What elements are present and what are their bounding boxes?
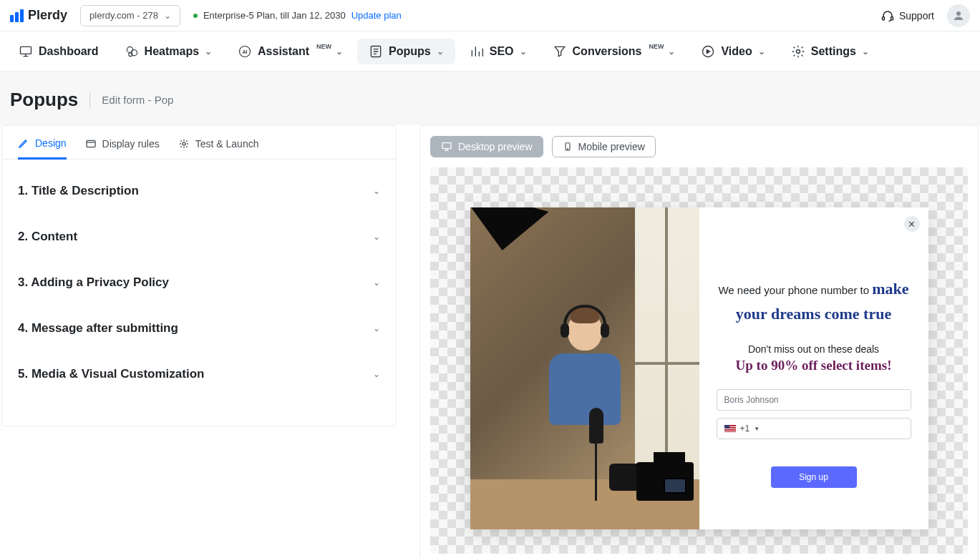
- tab-display-rules[interactable]: Display rules: [85, 137, 160, 159]
- accordion-title-description[interactable]: 1. Title & Description ⌄: [18, 168, 380, 214]
- accordion-label: 2. Content: [18, 230, 77, 244]
- tab-design[interactable]: Design: [18, 137, 67, 160]
- svg-text:AI: AI: [243, 49, 248, 54]
- svg-point-2: [956, 11, 961, 16]
- top-bar: Plerdy plerdy.com - 278 ⌄ Enterprise-5 P…: [0, 0, 980, 31]
- svg-rect-12: [87, 140, 95, 147]
- nav-label: Popups: [389, 45, 431, 58]
- popup-lead-text: We need your phone number to: [718, 284, 872, 296]
- popup-preview: ✕ We need your phone number to make your…: [470, 207, 928, 529]
- popup-name-input[interactable]: Boris Johnson: [717, 389, 911, 411]
- chevron-down-icon: ⌄: [336, 46, 343, 57]
- accordion-label: 3. Adding a Privacy Policy: [18, 275, 169, 290]
- popup-signup-button[interactable]: Sign up: [771, 466, 857, 488]
- nav-label: SEO: [490, 45, 514, 58]
- nav-label: Dashboard: [39, 45, 99, 58]
- update-plan-link[interactable]: Update plan: [351, 10, 402, 21]
- monitor-icon: [19, 44, 33, 59]
- heatmap-icon: [125, 44, 139, 59]
- popup-name-placeholder: Boris Johnson: [724, 395, 779, 405]
- logo[interactable]: Plerdy: [10, 8, 67, 23]
- tab-label: Display rules: [102, 138, 160, 150]
- plan-info: Enterprise-5 Plan, till Jan 12, 2030 Upd…: [193, 10, 402, 21]
- pencil-icon: [18, 137, 29, 149]
- accordion-label: 5. Media & Visual Customization: [18, 367, 204, 381]
- chevron-down-icon: ⌄: [862, 46, 869, 57]
- nav-dashboard[interactable]: Dashboard: [7, 39, 110, 64]
- site-selector-label: plerdy.com - 278: [89, 10, 158, 21]
- nav-label: Video: [721, 45, 752, 58]
- svg-point-13: [183, 142, 185, 145]
- chevron-down-icon: ⌄: [437, 46, 444, 57]
- accordion-message-after[interactable]: 4. Message after submitting ⌄: [18, 305, 380, 351]
- svg-point-4: [127, 46, 132, 52]
- chevron-down-icon: ⌄: [373, 232, 380, 242]
- chevron-down-icon: ⌄: [373, 186, 380, 196]
- chevron-down-icon: ⌄: [205, 46, 212, 57]
- site-selector[interactable]: plerdy.com - 278 ⌄: [80, 5, 180, 26]
- user-avatar-button[interactable]: [947, 4, 970, 27]
- preview-panel: Desktop preview Mobile preview: [419, 125, 979, 558]
- new-badge: NEW: [316, 43, 331, 50]
- funnel-icon: [553, 44, 567, 59]
- chevron-down-icon: ⌄: [668, 46, 675, 57]
- support-button[interactable]: Support: [880, 9, 934, 23]
- accordion-label: 1. Title & Description: [18, 184, 139, 198]
- accordion-content[interactable]: 2. Content ⌄: [18, 214, 380, 260]
- preview-tabs: Desktop preview Mobile preview: [430, 136, 968, 157]
- flag-us-icon: [724, 425, 736, 432]
- support-label: Support: [899, 10, 934, 21]
- nav-seo[interactable]: SEO ⌄: [458, 39, 538, 64]
- popup-subheading-2: Up to 90% off select items!: [736, 358, 892, 373]
- accordion-privacy[interactable]: 3. Adding a Privacy Policy ⌄: [18, 260, 380, 305]
- svg-rect-0: [882, 16, 884, 20]
- page-title: Popups: [10, 89, 78, 111]
- preview-tab-label: Mobile preview: [578, 141, 645, 152]
- preview-tab-label: Desktop preview: [458, 141, 533, 152]
- popup-subheading-1: Don't miss out on these deals: [748, 343, 879, 355]
- preview-canvas: ✕ We need your phone number to make your…: [430, 167, 968, 554]
- nav-label: Settings: [811, 45, 856, 58]
- gear-icon: [791, 44, 805, 59]
- play-icon: [701, 44, 715, 59]
- nav-settings[interactable]: Settings ⌄: [780, 39, 880, 64]
- divider: [89, 92, 90, 108]
- nav-video[interactable]: Video ⌄: [689, 39, 776, 64]
- nav-conversions[interactable]: Conversions NEW ⌄: [541, 39, 687, 64]
- tab-test-launch[interactable]: Test & Launch: [178, 137, 259, 159]
- nav-assistant[interactable]: AI Assistant NEW ⌄: [226, 39, 354, 64]
- nav-label: Heatmaps: [145, 45, 199, 58]
- chevron-down-icon: ⌄: [164, 11, 171, 21]
- editor-tabs: Design Display rules Test & Launch: [2, 126, 396, 160]
- popup-phone-input[interactable]: +1 ▼: [717, 418, 911, 439]
- logo-text: Plerdy: [28, 8, 67, 23]
- preview-tab-desktop[interactable]: Desktop preview: [430, 136, 543, 157]
- popup-image: [470, 207, 699, 529]
- preview-tab-mobile[interactable]: Mobile preview: [552, 136, 656, 157]
- ai-icon: AI: [238, 44, 252, 59]
- svg-rect-14: [442, 143, 451, 149]
- chevron-down-icon: ⌄: [520, 46, 527, 57]
- svg-point-11: [796, 49, 800, 53]
- popup-body: ✕ We need your phone number to make your…: [699, 207, 928, 529]
- nav-heatmaps[interactable]: Heatmaps ⌄: [113, 39, 223, 64]
- popup-close-button[interactable]: ✕: [904, 216, 920, 232]
- headset-icon: [880, 9, 895, 23]
- gear-icon: [178, 138, 190, 150]
- main-nav: Dashboard Heatmaps ⌄ AI Assistant NEW ⌄ …: [0, 31, 980, 72]
- breadcrumb: Edit form - Pop: [102, 94, 173, 106]
- mobile-icon: [563, 141, 573, 152]
- svg-rect-1: [891, 16, 893, 20]
- chevron-down-icon: ⌄: [758, 46, 765, 57]
- plan-text: Enterprise-5 Plan, till Jan 12, 2030: [203, 10, 346, 21]
- nav-popups[interactable]: Popups ⌄: [357, 39, 455, 64]
- popup-phone-code: +1: [740, 424, 750, 434]
- status-dot-icon: [193, 14, 198, 18]
- nav-label: Assistant: [258, 45, 309, 58]
- popup-heading: We need your phone number to make your d…: [717, 276, 911, 326]
- close-icon: ✕: [908, 219, 916, 230]
- svg-point-16: [567, 149, 568, 150]
- accordion-media-visual[interactable]: 5. Media & Visual Customization ⌄: [18, 351, 380, 397]
- person-icon: [952, 9, 965, 22]
- logo-icon: [10, 9, 24, 22]
